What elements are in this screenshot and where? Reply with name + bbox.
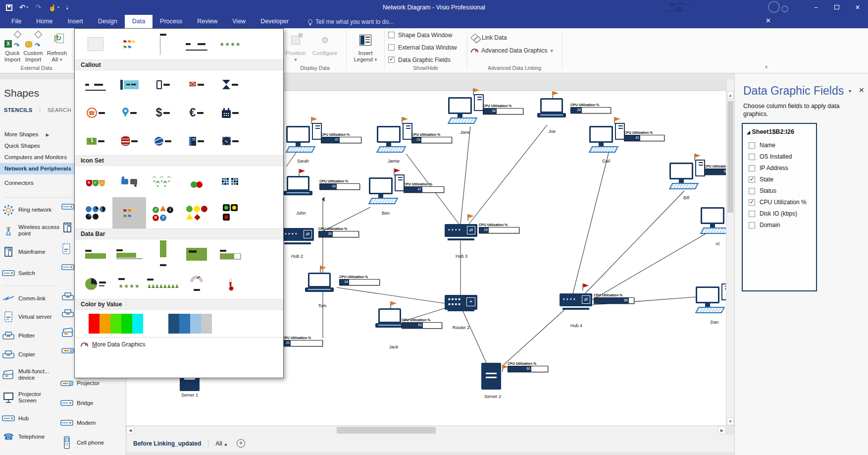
gallery-item-db-pie[interactable]	[79, 269, 112, 299]
shape-multi-function-device[interactable]: Multi-funct... device	[2, 364, 60, 386]
gallery-item-is-toggles[interactable]	[180, 166, 213, 197]
gallery-item-callout-globe[interactable]	[146, 127, 180, 155]
node-ben[interactable]	[369, 174, 405, 205]
checkbox-icon[interactable]	[749, 165, 755, 171]
gallery-item-is-thumbs[interactable]	[112, 166, 146, 197]
gallery-item-is-shapes[interactable]	[180, 197, 213, 228]
tab-review[interactable]: Review	[190, 15, 225, 28]
scroll-right-icon[interactable]: ▶	[718, 426, 726, 434]
field-ip-address[interactable]: IP Address	[749, 163, 788, 173]
insert-legend-button[interactable]: InsertLegend ▾	[350, 30, 381, 63]
gallery-item-cbv-rainbow[interactable]	[79, 310, 153, 337]
gallery-item-db-basic[interactable]	[79, 239, 112, 269]
horizontal-scroll-thumb[interactable]	[337, 427, 436, 434]
field-name[interactable]: Name	[749, 140, 775, 150]
pane-close-icon[interactable]: ✕	[859, 86, 865, 94]
node-jamie[interactable]	[377, 123, 412, 154]
sidebar-item-computers-and-monitors[interactable]: Computers and Monitors	[0, 152, 74, 163]
gallery-item-callout-mail[interactable]: ✉	[180, 70, 213, 99]
sidebar-item-quick-shapes[interactable]: Quick Shapes	[0, 140, 74, 152]
node-tom[interactable]	[306, 273, 334, 292]
gallery-item-db-boxed[interactable]	[180, 239, 213, 269]
gallery-item-is-shields[interactable]: ✕✓–	[79, 166, 112, 197]
gallery-item-callout-chip[interactable]: ∿	[213, 127, 247, 155]
gallery-item-callout-phone[interactable]	[146, 70, 180, 99]
gallery-item-stars[interactable]: ★★★★	[213, 29, 247, 59]
checkbox-icon[interactable]	[749, 211, 755, 217]
checkbox-icon[interactable]	[749, 199, 755, 206]
quick-import-button[interactable]: X ↷ QuickImport	[1, 30, 24, 63]
field-status[interactable]: Status	[749, 186, 776, 196]
node-hub-4[interactable]: ▾▾▾▾⇄	[560, 293, 592, 310]
node-bill[interactable]	[669, 160, 705, 190]
checkbox-icon[interactable]	[388, 57, 395, 63]
vertical-scroll-thumb[interactable]	[727, 101, 733, 213]
shape-bridge[interactable]: Bridge	[60, 393, 125, 413]
gallery-item-callout-phone2[interactable]: ☎	[79, 99, 112, 127]
gallery-item-none[interactable]	[79, 29, 112, 59]
position-button[interactable]: Position▾	[282, 30, 309, 63]
horizontal-scrollbar[interactable]: ◀ ▶	[126, 425, 726, 435]
gallery-item-db-underline[interactable]	[112, 239, 146, 269]
checkbox-icon[interactable]	[749, 142, 755, 149]
field-state[interactable]: State	[749, 174, 773, 184]
node-dan[interactable]	[696, 284, 726, 314]
tell-me-search[interactable]: Tell me what you want to do...	[308, 15, 394, 28]
tab-design[interactable]: Design	[91, 15, 125, 28]
gallery-item-callout-euro[interactable]: €	[180, 99, 213, 127]
pane-menu-icon[interactable]: ▾	[849, 88, 851, 94]
shape-telephone[interactable]: ☎Telephone	[2, 427, 60, 446]
gallery-item-is-flags-selected[interactable]: ⚑⚑⚑⚑⚑	[112, 197, 146, 228]
minimize-button[interactable]: –	[806, 0, 826, 15]
close-button[interactable]: ✕	[847, 0, 868, 15]
node-john[interactable]	[285, 176, 312, 196]
link-data-button[interactable]: Link Data	[471, 34, 507, 41]
gallery-item-callout-text[interactable]	[79, 70, 112, 99]
node-server-2[interactable]	[481, 363, 501, 390]
checkbox-icon[interactable]	[749, 188, 755, 194]
gallery-item-callout-box[interactable]	[112, 70, 146, 99]
gallery-item-callout-db[interactable]	[112, 127, 146, 155]
checkbox-icon[interactable]	[388, 44, 395, 51]
tab-data[interactable]: Data	[125, 15, 153, 28]
shape-ring-network[interactable]: Ring network	[2, 201, 60, 219]
shape-virtual-server[interactable]: Virtual server	[2, 307, 60, 326]
gallery-item-db-thermo[interactable]	[213, 269, 247, 299]
shape-projector-screen[interactable]: Projector Screen	[2, 386, 60, 409]
gallery-item-callout-pin[interactable]	[112, 99, 146, 127]
gallery-item-is-wifi[interactable]	[146, 166, 180, 197]
gallery-item-db-gauge[interactable]	[180, 269, 213, 299]
scroll-up-icon[interactable]: ▲	[727, 91, 734, 99]
node-joe[interactable]	[538, 98, 566, 118]
checkbox-icon[interactable]	[749, 222, 755, 228]
gallery-item-db-framed[interactable]	[213, 239, 247, 269]
checkbox-icon[interactable]	[749, 176, 755, 183]
tab-home[interactable]: Home	[29, 15, 60, 28]
more-data-graphics-button[interactable]: More Data Graphics	[75, 337, 283, 351]
gallery-item-cbv-blues[interactable]	[153, 310, 227, 337]
gallery-item-callout-book[interactable]	[180, 127, 213, 155]
shape-wireless-access-point[interactable]: Wireless access point	[2, 219, 60, 242]
scroll-left-icon[interactable]: ◀	[126, 426, 134, 434]
shape-plotter[interactable]: Plotter	[2, 326, 60, 345]
gallery-item-textlines[interactable]	[180, 29, 213, 59]
gallery-item-progress[interactable]	[146, 29, 180, 59]
gallery-item-is-traffic[interactable]	[213, 197, 247, 228]
gallery-item-db-people[interactable]: ♟♟♟♟♟♟♟♟	[146, 269, 180, 299]
node-al[interactable]	[701, 204, 726, 235]
shape-comm-link[interactable]: Comm-link	[2, 289, 60, 307]
tab-view[interactable]: View	[225, 15, 253, 28]
gallery-item-flags[interactable]: ⚑⚑⚑⚑⚑	[112, 29, 146, 59]
sidebar-item-connectors[interactable]: Connectors	[0, 177, 74, 189]
configure-button[interactable]: ⚙ Configure	[310, 30, 340, 57]
gallery-item-is-status[interactable]: ✓i✕?	[146, 197, 180, 228]
advanced-data-graphics-button[interactable]: Advanced Data Graphics▾	[471, 47, 553, 54]
page-tab[interactable]: Before Linking_updated	[133, 440, 201, 447]
node-gail[interactable]	[589, 123, 625, 154]
shape-hub[interactable]: Hub	[2, 409, 60, 427]
shape-mainframe[interactable]: Mainframe	[2, 242, 60, 262]
gallery-item-callout-dollar[interactable]: $	[146, 99, 180, 127]
tab-stencils[interactable]: STENCILS	[4, 107, 33, 113]
node-jane[interactable]	[448, 94, 484, 125]
maximize-button[interactable]	[826, 0, 847, 15]
